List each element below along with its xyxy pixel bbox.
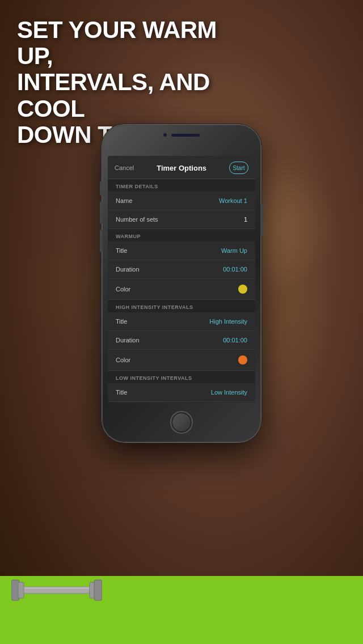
svg-rect-4 [94, 580, 102, 600]
row-name-label: Name [116, 197, 132, 204]
row-sets[interactable]: Number of sets 1 [108, 210, 255, 229]
section-warmup: WARMUP [108, 229, 255, 242]
svg-rect-1 [18, 582, 24, 598]
side-button-vol-up [100, 201, 102, 224]
row-warmup-duration-value: 00:01:00 [223, 266, 247, 273]
phone-body: Cancel Timer Options Start TIMER DETAILS… [102, 125, 261, 442]
row-warmup-title[interactable]: Title Warm Up [108, 242, 255, 260]
home-button[interactable] [170, 411, 193, 434]
row-high-title-value: High Intensity [209, 318, 247, 325]
start-button[interactable]: Start [229, 162, 248, 174]
dumbbell-image [11, 567, 102, 613]
side-button-vol-down [100, 230, 102, 252]
row-warmup-duration[interactable]: Duration 00:01:00 [108, 260, 255, 279]
row-high-title[interactable]: Title High Intensity [108, 312, 255, 331]
settings-list[interactable]: TIMER DETAILS Name Workout 1 Number of s… [108, 179, 255, 402]
phone-top-bar [163, 133, 200, 137]
row-name-value: Workout 1 [219, 197, 247, 204]
row-high-color-label: Color [116, 357, 130, 363]
row-sets-value: 1 [244, 216, 247, 223]
nav-bar: Cancel Timer Options Start [108, 156, 255, 179]
row-sets-label: Number of sets [116, 216, 158, 223]
side-button-mute [100, 181, 102, 196]
svg-rect-5 [24, 587, 90, 589]
row-high-title-label: Title [116, 318, 127, 325]
cancel-button[interactable]: Cancel [115, 164, 134, 171]
section-high-intensity: HIGH INTENSITY INTERVALS [108, 300, 255, 312]
row-low-title[interactable]: Title Low Intensity [108, 383, 255, 402]
warmup-color-dot [238, 285, 247, 294]
row-name[interactable]: Name Workout 1 [108, 192, 255, 210]
row-warmup-color[interactable]: Color [108, 279, 255, 300]
section-timer-details: TIMER DETAILS [108, 179, 255, 192]
row-warmup-title-value: Warm Up [221, 247, 247, 254]
high-color-dot [238, 355, 247, 365]
row-high-duration[interactable]: Duration 00:01:00 [108, 331, 255, 350]
row-warmup-title-label: Title [116, 247, 127, 254]
row-high-duration-label: Duration [116, 337, 140, 344]
section-low-intensity: LOW INTENSITY INTERVALS [108, 371, 255, 383]
row-low-title-value: Low Intensity [211, 389, 247, 396]
camera-dot [163, 133, 167, 137]
hero-line1: SET YOUR WARM UP, [17, 17, 221, 69]
speaker-bar [171, 134, 200, 137]
phone-screen: Cancel Timer Options Start TIMER DETAILS… [108, 156, 255, 402]
screen-content: Cancel Timer Options Start TIMER DETAILS… [108, 156, 255, 402]
row-warmup-duration-label: Duration [116, 266, 140, 273]
row-high-duration-value: 00:01:00 [223, 337, 247, 344]
row-high-color[interactable]: Color [108, 350, 255, 371]
hero-line2: INTERVALS, AND COOL [17, 69, 221, 121]
nav-title: Timer Options [157, 164, 206, 172]
row-low-title-label: Title [116, 389, 127, 396]
phone: Cancel Timer Options Start TIMER DETAILS… [102, 125, 261, 442]
row-warmup-color-label: Color [116, 286, 130, 293]
side-button-power [261, 204, 263, 235]
